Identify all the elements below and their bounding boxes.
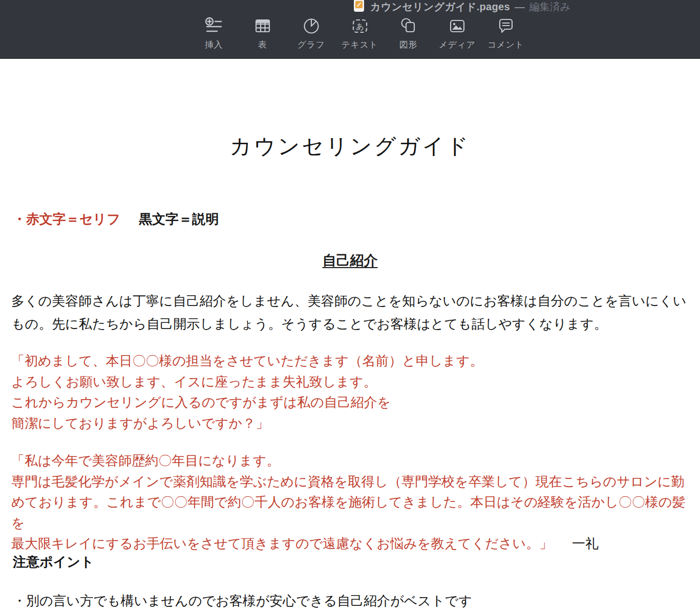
quote-line: これからカウンセリングに入るのですがまずは私の自己紹介を <box>11 392 690 413</box>
section-heading: 自己紹介 <box>0 251 700 270</box>
quote-line: よろしくお願い致します、イスに座ったまま失礼致します。 <box>11 372 690 393</box>
chart-icon <box>302 17 321 35</box>
bow-note: 一礼 <box>572 536 599 551</box>
shape-button[interactable]: 図形 <box>384 17 433 51</box>
media-icon <box>448 17 466 35</box>
legend-red-text: ・赤文字＝セリフ <box>13 212 120 227</box>
text-label: テキスト <box>342 39 378 51</box>
quote-line: 専門は毛髪化学がメインで薬剤知識を学ぶために資格を取得し（専門学校を卒業して）現… <box>11 472 690 493</box>
note-heading: 注意ポイント <box>13 553 94 571</box>
quote-line: 「私は今年で美容師歴約〇年目になります。 <box>11 451 690 472</box>
table-button[interactable]: 表 <box>238 17 287 51</box>
table-icon <box>253 17 272 35</box>
svg-text:あ: あ <box>356 22 364 31</box>
note-bullet: ・別の言い方でも構いませんのでお客様が安心できる自己紹介がベストです <box>13 592 472 610</box>
toolbar: 挿入 表 <box>189 17 530 51</box>
comment-icon <box>497 17 515 35</box>
insert-label: 挿入 <box>205 39 223 51</box>
legend-black-text: 黒文字＝説明 <box>139 212 219 227</box>
quote-paragraph-1: 「初めまして、本日〇〇様の担当をさせていただきます（名前）と申します。 よろしく… <box>11 351 690 434</box>
insert-button[interactable]: 挿入 <box>189 17 238 51</box>
text-button[interactable]: あ テキスト <box>335 17 384 51</box>
table-label: 表 <box>258 39 267 51</box>
insert-icon <box>205 17 223 35</box>
quote-line: 簡潔にしておりますがよろしいですか？」 <box>11 413 690 434</box>
quote-line: 最大限キレイにするお手伝いをさせて頂きますので遠慮なくお悩みを教えてください。」… <box>11 534 690 555</box>
media-button[interactable]: メディア <box>433 17 481 51</box>
page-title: カウンセリングガイド <box>0 132 700 161</box>
intro-paragraph: 多くの美容師さんは丁寧に自己紹介をしません、美容師のことを知らないのにお客様は自… <box>11 290 690 336</box>
intro-line: 多くの美容師さんは丁寧に自己紹介をしません、美容師のことを知らないのにお客様は自… <box>11 290 690 313</box>
chart-label: グラフ <box>298 39 325 51</box>
chart-button[interactable]: グラフ <box>287 17 335 51</box>
document-title: カウンセリングガイド.pages <box>370 0 510 14</box>
comment-button[interactable]: コメント <box>481 17 530 51</box>
shape-label: 図形 <box>399 39 417 51</box>
color-legend: ・赤文字＝セリフ 黒文字＝説明 <box>13 210 219 228</box>
window-title: カウンセリングガイド.pages — 編集済み <box>352 0 570 14</box>
quote-line: めております。これまで〇〇年間で約〇千人のお客様を施術してきました。本日はその経… <box>11 492 690 534</box>
title-separator: — <box>515 1 525 13</box>
quote-line: 「初めまして、本日〇〇様の担当をさせていただきます（名前）と申します。 <box>11 351 690 372</box>
intro-line: もの。先に私たちから自己開示しましょう。そうすることでお客様はとても話しやすくな… <box>11 313 690 336</box>
edited-status: 編集済み <box>529 0 570 14</box>
title-bar: カウンセリングガイド.pages — 編集済み 挿入 <box>0 0 700 59</box>
document-canvas[interactable]: カウンセリングガイド ・赤文字＝セリフ 黒文字＝説明 自己紹介 多くの美容師さん… <box>0 59 700 613</box>
shape-icon <box>399 17 418 35</box>
text-icon: あ <box>351 17 369 35</box>
comment-label: コメント <box>487 39 524 51</box>
quote-paragraph-2: 「私は今年で美容師歴約〇年目になります。 専門は毛髪化学がメインで薬剤知識を学ぶ… <box>11 451 690 555</box>
media-label: メディア <box>439 39 476 51</box>
pages-document-icon <box>352 0 366 14</box>
